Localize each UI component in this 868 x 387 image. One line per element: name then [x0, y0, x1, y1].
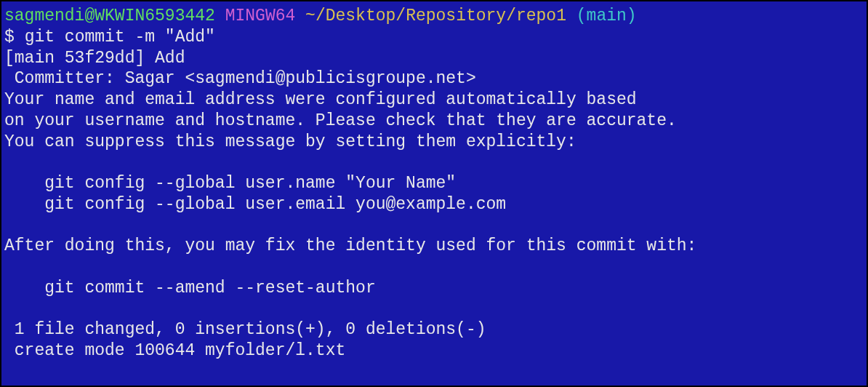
- output-line: git config --global user.email you@examp…: [4, 195, 506, 214]
- output-line: Your name and email address were configu…: [4, 90, 637, 109]
- output-line: git config --global user.name "Your Name…: [4, 174, 456, 193]
- output-line: Committer: Sagar <sagmendi@publicisgroup…: [4, 69, 476, 88]
- command-line: $ git commit -m "Add": [4, 28, 215, 47]
- output-line: After doing this, you may fix the identi…: [4, 236, 696, 255]
- mingw-label: MINGW64: [225, 7, 296, 25]
- output-line: 1 file changed, 0 insertions(+), 0 delet…: [4, 320, 486, 339]
- output-line: [main 53f29dd] Add: [4, 49, 185, 68]
- git-branch: (main): [576, 7, 637, 25]
- output-line: You can suppress this message by setting…: [4, 132, 576, 151]
- user-host: sagmendi@WKWIN6593442: [4, 7, 215, 25]
- output-line: git commit --amend --reset-author: [4, 279, 376, 298]
- output-line: on your username and hostname. Please ch…: [4, 111, 677, 130]
- prompt-symbol: $: [4, 28, 15, 47]
- terminal-window[interactable]: sagmendi@WKWIN6593442 MINGW64 ~/Desktop/…: [0, 0, 868, 387]
- prompt-line: sagmendi@WKWIN6593442 MINGW64 ~/Desktop/…: [4, 7, 637, 25]
- command-text: git commit -m "Add": [25, 28, 215, 47]
- output-line: create mode 100644 myfolder/l.txt: [4, 341, 345, 360]
- cwd-path: ~/Desktop/Repository/repo1: [305, 7, 566, 25]
